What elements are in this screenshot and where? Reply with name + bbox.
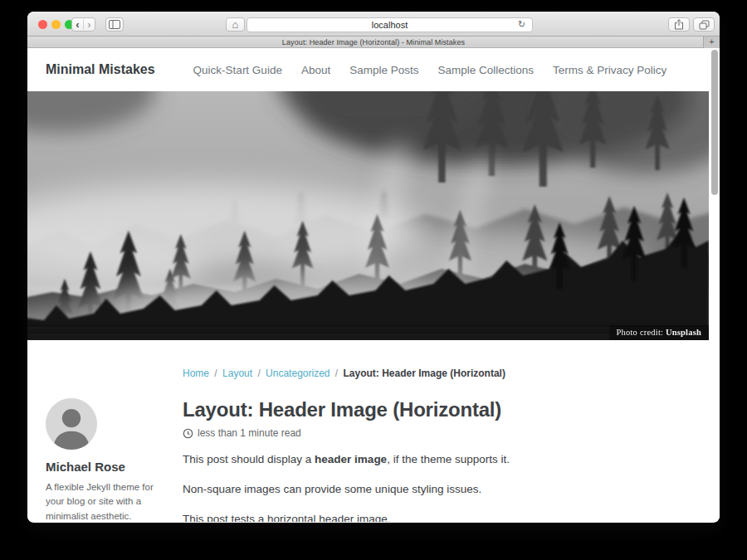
- page-content: Minimal Mistakes Quick-Start Guide About…: [27, 48, 720, 522]
- sidebar-toggle-button[interactable]: [105, 17, 124, 32]
- breadcrumb-separator: /: [257, 368, 260, 379]
- breadcrumb-current: Layout: Header Image (Horizontal): [344, 368, 505, 379]
- nav-item-about[interactable]: About: [301, 64, 330, 76]
- nav-item-sample-posts[interactable]: Sample Posts: [349, 64, 418, 76]
- address-bar[interactable]: [247, 17, 533, 32]
- minimize-window-button[interactable]: [51, 20, 61, 29]
- sidebar-icon: [109, 20, 120, 29]
- reload-icon: ↻: [518, 19, 525, 29]
- back-icon: ‹: [76, 19, 79, 30]
- scrollbar-thumb[interactable]: [711, 50, 718, 195]
- masthead: Minimal Mistakes Quick-Start Guide About…: [27, 48, 720, 91]
- author-bio: A flexible Jekyll theme for your blog or…: [46, 480, 155, 522]
- read-time-label: less than 1 minute read: [198, 427, 301, 439]
- forward-button[interactable]: ›: [84, 19, 95, 30]
- site-nav: Quick-Start Guide About Sample Posts Sam…: [193, 64, 667, 76]
- traffic-lights: [38, 20, 74, 29]
- new-tab-icon: +: [709, 37, 714, 46]
- forward-icon: ›: [87, 19, 90, 30]
- header-image: Photo credit: Unsplash: [27, 91, 709, 340]
- tab-title: Layout: Header Image (Horizontal) - Mini…: [282, 38, 465, 46]
- breadcrumb-separator: /: [335, 368, 338, 379]
- breadcrumb-uncategorized[interactable]: Uncategorized: [266, 368, 330, 379]
- new-tab-button[interactable]: +: [703, 37, 720, 48]
- clock-icon: [183, 428, 193, 439]
- tab-overview-button[interactable]: [693, 17, 715, 32]
- avatar: [46, 398, 97, 450]
- home-button[interactable]: ⌂: [226, 17, 245, 32]
- paragraph-text: , if the theme supports it.: [387, 453, 510, 465]
- browser-window: ‹ › ⌂ ↻ Layout: Hea: [27, 12, 720, 523]
- tab-overview-icon: [699, 20, 710, 30]
- browser-toolbar: ‹ › ⌂ ↻: [27, 12, 720, 37]
- post-paragraph: Non-square images can provide some uniqu…: [183, 481, 681, 499]
- nav-item-quick-start-guide[interactable]: Quick-Start Guide: [193, 64, 282, 76]
- breadcrumb-home[interactable]: Home: [183, 368, 209, 379]
- close-window-button[interactable]: [38, 20, 47, 29]
- post-paragraph: This post tests a horizontal header imag…: [183, 511, 681, 522]
- back-button[interactable]: ‹: [72, 19, 84, 30]
- author-name: Michael Rose: [46, 460, 155, 474]
- photo-credit: Photo credit: Unsplash: [609, 325, 709, 340]
- breadcrumb-separator: /: [214, 368, 217, 379]
- paragraph-text: This post should display a: [183, 453, 315, 465]
- home-icon: ⌂: [232, 19, 239, 30]
- foggy-forest-illustration: [27, 91, 709, 340]
- photo-credit-link[interactable]: Unsplash: [666, 328, 701, 337]
- site-title-link[interactable]: Minimal Mistakes: [46, 62, 155, 77]
- post-article: Layout: Header Image (Horizontal) less t…: [183, 398, 681, 522]
- reload-button[interactable]: ↻: [518, 19, 525, 30]
- breadcrumb-layout[interactable]: Layout: [222, 368, 252, 379]
- post-paragraph: This post should display a header image,…: [183, 451, 681, 469]
- paragraph-bold-text: header image: [315, 453, 387, 465]
- person-silhouette-icon: [46, 398, 97, 450]
- page-title: Layout: Header Image (Horizontal): [183, 398, 681, 421]
- share-icon: [674, 19, 684, 30]
- read-time: less than 1 minute read: [183, 427, 681, 439]
- history-nav-group: ‹ ›: [71, 17, 95, 32]
- breadcrumb: Home / Layout / Uncategorized / Layout: …: [183, 368, 720, 379]
- author-sidebar: Michael Rose A flexible Jekyll theme for…: [46, 398, 155, 522]
- tab-bar[interactable]: Layout: Header Image (Horizontal) - Mini…: [27, 37, 720, 48]
- photo-credit-text: Photo credit:: [617, 328, 666, 337]
- nav-item-terms-privacy[interactable]: Terms & Privacy Policy: [553, 64, 666, 76]
- share-button[interactable]: [668, 17, 690, 32]
- nav-item-sample-collections[interactable]: Sample Collections: [437, 64, 534, 76]
